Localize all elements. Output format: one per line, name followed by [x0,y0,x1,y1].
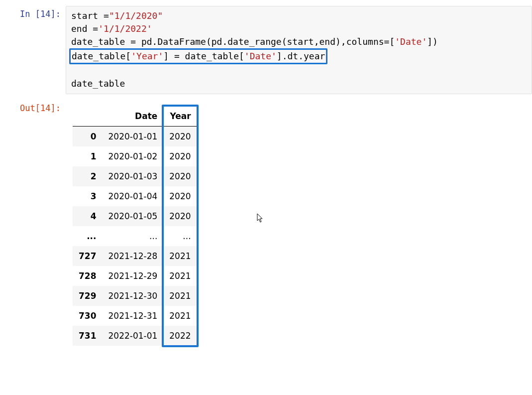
code-token: end [71,23,93,34]
df-index: 3 [73,186,103,206]
df-date-cell: 2021-12-29 [103,266,164,286]
table-row: 7302021-12-312021 [73,306,197,326]
df-year-cell: 2020 [163,166,197,186]
df-date-cell: 2020-01-04 [103,186,164,206]
df-index: ... [73,226,103,246]
df-date-cell: 2020-01-02 [103,146,164,166]
df-year-cell: 2020 [163,206,197,226]
df-year-cell: 2021 [163,286,197,306]
code-token: ].dt.year [277,51,325,61]
df-year-cell: 2020 [163,126,197,146]
input-prompt: In [14]: [5,6,66,19]
df-index: 729 [73,286,103,306]
table-row: 7272021-12-282021 [73,246,197,266]
df-index: 0 [73,126,103,146]
table-wrap: DateYear02020-01-01202012020-01-02202022… [66,104,197,346]
df-year-cell: 2020 [163,186,197,206]
df-index: 730 [73,306,103,326]
table-row: 02020-01-012020 [73,126,197,146]
df-col-date: Date [103,106,164,127]
table-row: 7282021-12-292021 [73,266,197,286]
table-row: 22020-01-032020 [73,166,197,186]
table-row: 7292021-12-302021 [73,286,197,306]
output-area: DateYear02020-01-01202012020-01-02202022… [66,100,532,348]
df-index: 728 [73,266,103,286]
table-row: 12020-01-022020 [73,146,197,166]
code-token: ] = date_table[ [163,51,244,61]
df-year-cell: 2021 [163,246,197,266]
prompt-in-count: 14 [40,9,50,19]
input-cell: In [14]: start ="1/1/2020" end ='1/1/202… [0,6,532,94]
df-year-cell: ... [163,226,197,246]
output-cell: Out[14]: DateYear02020-01-01202012020-01… [0,100,532,348]
df-date-cell: 2020-01-03 [103,166,164,186]
code-token: 'Date' [244,51,277,61]
df-date-cell: 2020-01-05 [103,206,164,226]
df-index: 4 [73,206,103,226]
df-year-cell: 2022 [163,326,197,346]
code-block[interactable]: start ="1/1/2020" end ='1/1/2022' date_t… [71,9,527,91]
code-token: '1/1/2022' [98,23,152,34]
code-input-area[interactable]: start ="1/1/2020" end ='1/1/2022' date_t… [66,6,532,94]
prompt-in-prefix: In [ [20,9,40,19]
code-token: 'Year' [131,51,163,61]
dataframe-table: DateYear02020-01-01202012020-01-02202022… [73,106,197,346]
table-row: 42020-01-052020 [73,206,197,226]
code-token: "1/1/2020" [109,10,163,21]
prompt-in-suffix: ]: [51,9,61,19]
code-token: date_table [71,36,130,47]
prompt-out-count: 14 [40,103,50,113]
df-date-cell: 2021-12-31 [103,306,164,326]
code-token: = [104,10,109,21]
df-index: 1 [73,146,103,166]
df-date-cell: 2021-12-28 [103,246,164,266]
code-token: ]) [427,36,438,47]
output-prompt: Out[14]: [5,100,66,113]
df-year-cell: 2021 [163,266,197,286]
table-row: ......... [73,226,197,246]
df-date-cell: 2020-01-01 [103,126,164,146]
code-highlight-box: date_table['Year'] = date_table['Date'].… [69,48,327,64]
df-date-cell: ... [103,226,164,246]
df-year-cell: 2020 [163,146,197,166]
prompt-out-suffix: ]: [51,103,61,113]
df-index: 2 [73,166,103,186]
df-date-cell: 2021-12-30 [103,286,164,306]
df-index: 727 [73,246,103,266]
df-year-cell: 2021 [163,306,197,326]
df-corner [73,106,103,127]
df-date-cell: 2022-01-01 [103,326,164,346]
code-token: start [71,10,104,21]
code-token: date_table [71,78,125,89]
code-token: date_table[ [72,51,131,61]
table-row: 32020-01-042020 [73,186,197,206]
df-index: 731 [73,326,103,346]
code-token: = pd.DataFrame(pd.date_range(start,end),… [130,36,395,47]
code-token: = [93,23,98,34]
table-row: 7312022-01-012022 [73,326,197,346]
code-token: 'Date' [395,36,427,47]
prompt-out-prefix: Out[ [20,103,40,113]
df-col-year: Year [163,106,197,127]
